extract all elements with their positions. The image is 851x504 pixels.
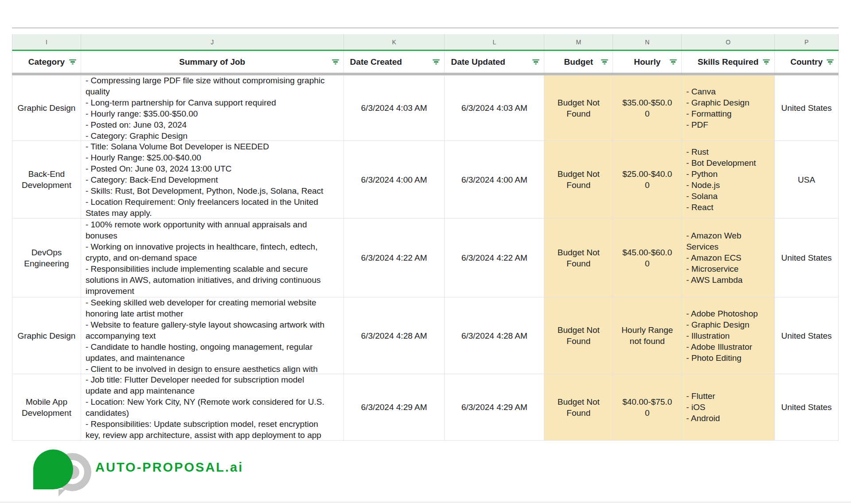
cell-date-created[interactable]: 6/3/2024 4:22 AM — [344, 219, 445, 297]
header-cell-hourly[interactable]: Hourly — [613, 51, 682, 73]
header-label: Summary of Job — [179, 57, 245, 67]
cell-skills[interactable]: - Canva- Graphic Design- Formatting- PDF — [682, 75, 775, 141]
skill-item: - Illustration — [686, 330, 730, 341]
filter-icon[interactable] — [69, 59, 77, 65]
cell-country[interactable]: United States — [775, 374, 839, 441]
column-letter-l[interactable]: L — [445, 34, 544, 50]
column-letter-k[interactable]: K — [344, 34, 445, 50]
cell-date-updated[interactable]: 6/3/2024 4:03 AM — [445, 75, 544, 141]
column-letter-p[interactable]: P — [775, 34, 839, 50]
filter-icon[interactable] — [532, 59, 540, 65]
filter-icon[interactable] — [601, 59, 609, 65]
cell-summary[interactable]: - Compressing large PDF file size withou… — [81, 75, 344, 141]
table-header-row: CategorySummary of JobDate CreatedDate U… — [12, 51, 839, 73]
table-body: Graphic Design- Compressing large PDF fi… — [12, 75, 839, 441]
cell-date-created[interactable]: 6/3/2024 4:00 AM — [344, 141, 445, 219]
cell-country[interactable]: United States — [775, 75, 839, 141]
cell-hourly[interactable]: $25.00-$40.0 0 — [613, 141, 682, 219]
table-row: Back-End Development- Title: Solana Volu… — [12, 141, 839, 219]
cell-budget[interactable]: Budget Not Found — [544, 75, 613, 141]
column-letter-o[interactable]: O — [682, 34, 775, 50]
cell-date-updated[interactable]: 6/3/2024 4:29 AM — [445, 374, 544, 441]
column-letter-m[interactable]: M — [544, 34, 613, 50]
cell-hourly[interactable]: $35.00-$50.0 0 — [613, 75, 682, 141]
cell-date-created[interactable]: 6/3/2024 4:28 AM — [344, 297, 445, 374]
cell-budget[interactable]: Budget Not Found — [544, 374, 613, 441]
cell-category[interactable]: DevOps Engineering — [12, 219, 81, 297]
table-row: Mobile App Development- Job title: Flutt… — [12, 374, 839, 441]
header-label: Category — [28, 57, 65, 67]
cell-date-updated[interactable]: 6/3/2024 4:00 AM — [445, 141, 544, 219]
column-letters-row: IJKLMNOP — [12, 34, 839, 51]
cell-country[interactable]: USA — [775, 141, 839, 219]
cell-skills[interactable]: - Rust- Bot Development- Python- Node.js… — [682, 141, 775, 219]
cell-category[interactable]: Back-End Development — [12, 141, 81, 219]
cell-category[interactable]: Mobile App Development — [12, 374, 81, 441]
logo-green-bubble — [33, 449, 73, 489]
cell-skills[interactable]: - Adobe Photoshop- Graphic Design- Illus… — [682, 297, 775, 374]
header-label: Hourly — [634, 57, 660, 67]
cell-country[interactable]: United States — [775, 297, 839, 374]
cell-category[interactable]: Graphic Design — [12, 75, 81, 141]
cell-hourly[interactable]: $40.00-$75.0 0 — [613, 374, 682, 441]
skill-item: - Rust — [686, 146, 709, 157]
filter-icon[interactable] — [826, 59, 834, 65]
jobs-table: IJKLMNOP CategorySummary of JobDate Crea… — [12, 27, 839, 441]
header-cell-summary-of-job[interactable]: Summary of Job — [81, 51, 344, 73]
skill-item: - AWS Lambda — [686, 274, 742, 285]
header-label: Date Updated — [451, 57, 505, 67]
cell-budget[interactable]: Budget Not Found — [544, 297, 613, 374]
cell-category[interactable]: Graphic Design — [12, 297, 81, 374]
header-cell-skills-required[interactable]: Skills Required — [682, 51, 775, 73]
table-row: DevOps Engineering- 100% remote work opp… — [12, 219, 839, 297]
cell-date-updated[interactable]: 6/3/2024 4:22 AM — [445, 219, 544, 297]
cell-hourly[interactable]: Hourly Range not found — [613, 297, 682, 374]
skill-item: - Photo Editing — [686, 352, 742, 363]
header-cell-category[interactable]: Category — [12, 51, 81, 73]
cell-date-created[interactable]: 6/3/2024 4:03 AM — [344, 75, 445, 141]
table-row: Graphic Design- Seeking skilled web deve… — [12, 297, 839, 374]
cell-summary[interactable]: - Seeking skilled web developer for crea… — [81, 297, 344, 374]
skill-item: - Amazon Web Services — [686, 230, 771, 252]
cell-skills[interactable]: - Flutter- iOS- Android — [682, 374, 775, 441]
cell-date-updated[interactable]: 6/3/2024 4:28 AM — [445, 297, 544, 374]
filter-icon[interactable] — [762, 59, 770, 65]
header-cell-budget[interactable]: Budget — [544, 51, 613, 73]
cell-skills[interactable]: - Amazon Web Services- Amazon ECS- Micro… — [682, 219, 775, 297]
skill-item: - Adobe Photoshop — [686, 308, 758, 319]
table-row: Graphic Design- Compressing large PDF fi… — [12, 75, 839, 141]
skill-item: - Python — [686, 168, 718, 180]
cell-date-created[interactable]: 6/3/2024 4:29 AM — [344, 374, 445, 441]
logo-text: AUTO-PROPOSAL.ai — [95, 460, 243, 475]
cell-summary[interactable]: - 100% remote work opportunity with annu… — [81, 219, 344, 297]
column-letter-j[interactable]: J — [81, 34, 344, 50]
filter-icon[interactable] — [432, 59, 440, 65]
filter-icon[interactable] — [332, 59, 340, 65]
cell-budget[interactable]: Budget Not Found — [544, 219, 613, 297]
logo-mark-icon — [33, 449, 100, 495]
header-label: Date Created — [350, 57, 402, 67]
header-label: Budget — [564, 57, 593, 67]
header-label: Skills Required — [698, 57, 758, 67]
header-cell-date-updated[interactable]: Date Updated — [445, 51, 544, 73]
spreadsheet-page: IJKLMNOP CategorySummary of JobDate Crea… — [0, 0, 851, 504]
skill-item: - Node.js — [686, 180, 720, 191]
column-letter-n[interactable]: N — [613, 34, 682, 50]
header-cell-date-created[interactable]: Date Created — [344, 51, 445, 73]
cell-hourly[interactable]: $45.00-$60.0 0 — [613, 219, 682, 297]
column-letter-i[interactable]: I — [12, 34, 81, 50]
skill-item: - React — [686, 202, 713, 213]
logo-gray-bubble-tail — [59, 489, 66, 496]
cell-country[interactable]: United States — [775, 219, 839, 297]
filter-icon[interactable] — [669, 59, 677, 65]
spacer — [12, 28, 839, 34]
skill-item: - Flutter — [686, 391, 715, 402]
cell-summary[interactable]: - Job title: Flutter Developer needed fo… — [81, 374, 344, 441]
bottom-divider — [0, 502, 851, 503]
cell-summary[interactable]: - Title: Solana Volume Bot Developer is … — [81, 141, 344, 219]
cell-budget[interactable]: Budget Not Found — [544, 141, 613, 219]
skill-item: - Graphic Design — [686, 97, 750, 108]
skill-item: - iOS — [686, 402, 705, 413]
header-cell-country[interactable]: Country — [775, 51, 839, 73]
skill-item: - Solana — [686, 191, 718, 202]
